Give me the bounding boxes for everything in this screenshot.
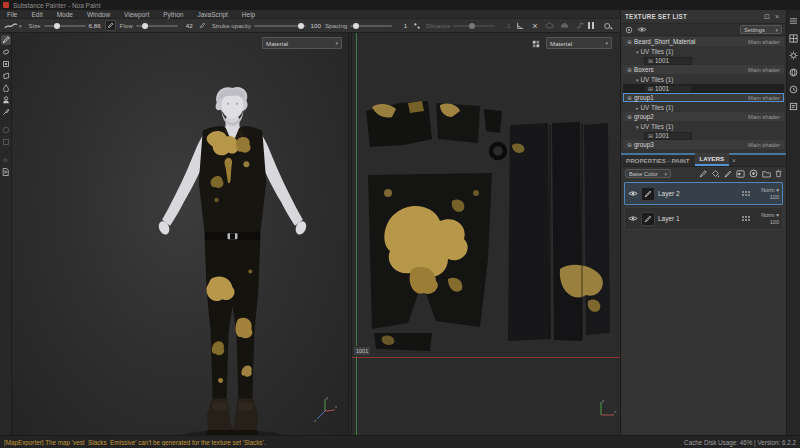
menu-file[interactable]: File <box>0 11 24 18</box>
delete-layer-icon[interactable] <box>775 169 782 178</box>
filter-icon[interactable] <box>625 26 633 34</box>
upload-brush-button[interactable] <box>544 20 555 31</box>
app-logo-icon <box>3 2 9 8</box>
layer-opacity[interactable]: 100 <box>770 219 779 225</box>
texture-set-row[interactable]: ⊕ group3 Main shader <box>623 140 784 149</box>
uv-tile-row-active[interactable]: ⊞1001 <box>623 84 784 93</box>
add-paint-layer-icon[interactable] <box>724 170 732 178</box>
layer-name[interactable]: Layer 2 <box>658 190 739 197</box>
menu-window[interactable]: Window <box>80 11 117 18</box>
close-tab-icon[interactable]: × <box>729 155 739 166</box>
size-slider[interactable] <box>44 25 86 27</box>
texture-set-row[interactable]: ⊕ Boxers Main shader <box>623 65 784 74</box>
settings-dropdown[interactable]: Settings ▾ <box>740 25 782 34</box>
2d-channels-button[interactable] <box>530 38 541 49</box>
reset-brush-button[interactable] <box>574 20 585 31</box>
dock-texture-set-list-icon[interactable] <box>789 16 799 26</box>
menu-edit[interactable]: Edit <box>24 11 49 18</box>
polygon-fill-tool-button[interactable] <box>1 71 11 81</box>
texture-set-row[interactable]: ⊕ group2 Main shader <box>623 112 784 121</box>
distance-slider[interactable] <box>453 25 495 27</box>
add-smart-material-icon[interactable] <box>749 169 758 178</box>
dock-display-settings-icon[interactable] <box>789 50 799 60</box>
add-fill-layer-icon[interactable] <box>711 169 720 178</box>
eraser-tool-button[interactable] <box>1 47 11 57</box>
texture-set-row-selected[interactable]: ⊕ group1 Main shader <box>623 93 784 102</box>
add-effect-icon[interactable] <box>699 170 707 178</box>
menu-mode[interactable]: Mode <box>50 11 80 18</box>
tab-properties-paint[interactable]: PROPERTIES - PAINT <box>621 155 695 166</box>
eye-icon[interactable] <box>628 215 638 222</box>
paint-brush-icon <box>2 36 10 44</box>
viewport-3d[interactable]: Material ▾ <box>12 33 348 435</box>
smudge-tool-button[interactable] <box>1 83 11 93</box>
symmetry-button[interactable]: × <box>529 20 540 31</box>
layer-name[interactable]: Layer 1 <box>658 215 739 222</box>
layer-row[interactable]: Layer 1 Norm ▾ 100 <box>624 207 783 230</box>
alignment-button[interactable] <box>514 20 525 31</box>
uv-tiles-row[interactable]: ▾ UV Tiles (1) <box>623 47 784 56</box>
clone-tool-button[interactable] <box>1 95 11 105</box>
spacing-slider[interactable] <box>350 25 392 27</box>
character-model[interactable] <box>130 83 335 435</box>
camera-rotation-button[interactable] <box>602 20 613 31</box>
dock-history-icon[interactable] <box>789 84 799 94</box>
spacing-value[interactable]: 1 <box>395 22 407 29</box>
add-folder-icon[interactable] <box>762 170 771 178</box>
shader-link[interactable]: Main shader <box>748 114 780 120</box>
3d-view-mode-dropdown[interactable]: Material ▾ <box>262 37 342 49</box>
texture-set-row[interactable]: ⊕ Beard_Short_Material Main shader <box>623 37 784 46</box>
pause-engine-button[interactable] <box>585 20 596 31</box>
size-pressure-toggle[interactable] <box>105 20 116 31</box>
paint-tool-button[interactable] <box>1 35 11 45</box>
brush-preset-selector[interactable]: ▾ <box>4 22 22 30</box>
close-panel-button[interactable]: × <box>772 13 782 20</box>
layer-opacity[interactable]: 100 <box>770 194 779 200</box>
tab-layers[interactable]: LAYERS <box>695 153 730 166</box>
menu-help[interactable]: Help <box>235 11 262 18</box>
uv-tile-row[interactable]: ⊞1001 <box>623 131 784 140</box>
layer-thumbnail[interactable] <box>641 212 655 226</box>
size-value[interactable]: 6.86 <box>89 22 101 29</box>
stroke-options-button[interactable] <box>411 20 422 31</box>
shader-link[interactable]: Main shader <box>748 39 780 45</box>
dock-shader-settings-icon[interactable] <box>789 67 799 77</box>
uv-tiles-row[interactable]: ▾ UV Tiles (1) <box>623 75 784 84</box>
flow-value[interactable]: 42 <box>181 22 193 29</box>
viewport-2d[interactable]: 1001 Material ▾ y x <box>352 33 620 435</box>
shader-link[interactable]: Main shader <box>748 142 780 148</box>
status-warning-message[interactable]: [MapExporter] The map 'vest_Slacks_Emiss… <box>4 439 684 446</box>
uv-tiles-row[interactable]: ▸ UV Tiles (1) <box>623 103 784 112</box>
uv-tile-row[interactable]: ⊞1001 <box>623 56 784 65</box>
add-smart-mask-icon[interactable] <box>736 170 745 178</box>
channel-dropdown[interactable]: Base Color ▾ <box>625 169 671 178</box>
dock-log-icon[interactable] <box>789 101 799 111</box>
projection-tool-button[interactable] <box>1 59 11 69</box>
layer-row-selected[interactable]: Layer 2 Norm ▾ 100 <box>624 182 783 205</box>
layer-thumbnail[interactable] <box>641 187 655 201</box>
eye-icon[interactable] <box>637 26 647 33</box>
material-picker-tool-button[interactable] <box>1 107 11 117</box>
stroke-opacity-value[interactable]: 100 <box>309 22 321 29</box>
dock-uv-tiles-icon[interactable] <box>789 33 799 43</box>
export-log-button[interactable] <box>1 167 11 177</box>
channel-dots-icon <box>742 216 750 221</box>
menu-viewport[interactable]: Viewport <box>117 11 156 18</box>
download-brush-button[interactable] <box>559 20 570 31</box>
menu-javascript[interactable]: JavaScript <box>191 11 235 18</box>
layer-blend-mode[interactable]: Norm ▾ <box>761 187 779 193</box>
stroke-opacity-slider[interactable] <box>254 25 306 27</box>
flow-slider[interactable] <box>136 25 178 27</box>
effects-tool-button[interactable]: fx <box>1 155 11 165</box>
layer-blend-mode[interactable]: Norm ▾ <box>761 212 779 218</box>
flow-pressure-toggle[interactable] <box>197 20 208 31</box>
shader-link[interactable]: Main shader <box>748 95 780 101</box>
shader-link[interactable]: Main shader <box>748 67 780 73</box>
rect-mask-tool-button[interactable] <box>1 137 11 147</box>
circle-mask-tool-button[interactable] <box>1 125 11 135</box>
uv-tiles-row[interactable]: ▾ UV Tiles (1) <box>623 122 784 131</box>
undock-panel-button[interactable]: ⊡ <box>762 13 772 21</box>
menu-python[interactable]: Python <box>156 11 190 18</box>
2d-view-mode-dropdown[interactable]: Material ▾ <box>546 37 612 49</box>
eye-icon[interactable] <box>628 190 638 197</box>
